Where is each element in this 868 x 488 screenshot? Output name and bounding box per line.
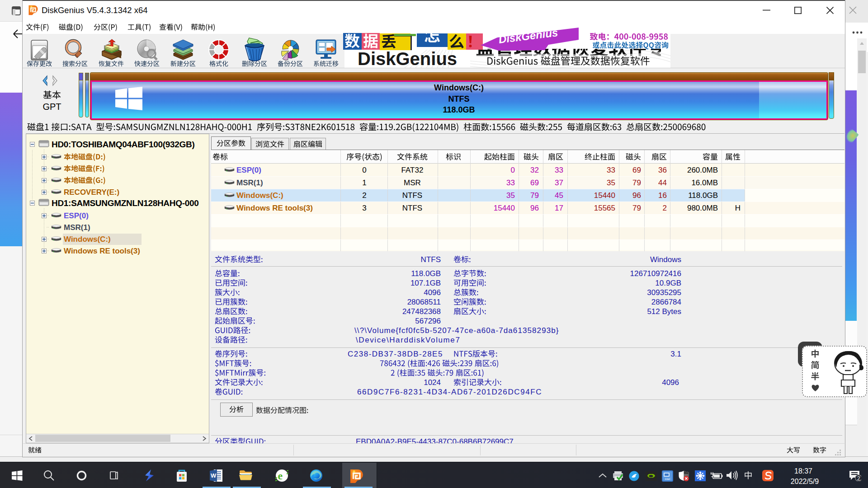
svg-text:e: e: [278, 470, 283, 482]
svg-text:2: 2: [857, 475, 860, 482]
svg-text:intel: intel: [665, 478, 670, 480]
svg-text:W: W: [211, 472, 217, 479]
